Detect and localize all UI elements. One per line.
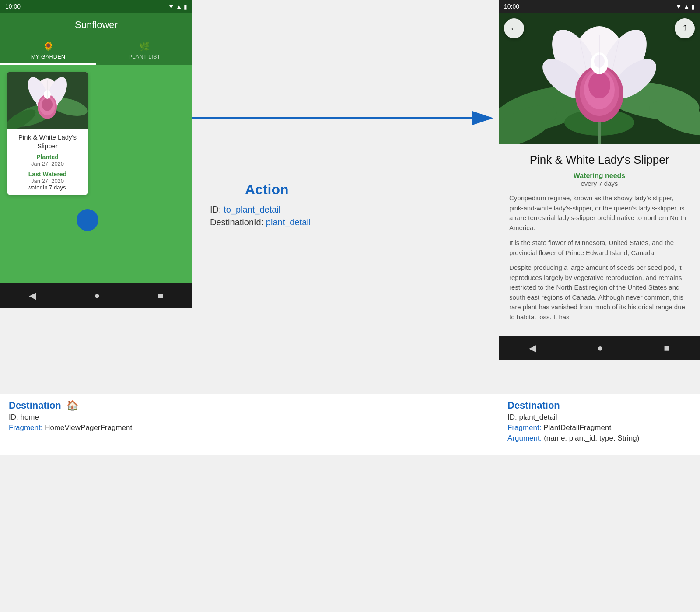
- back-button-detail[interactable]: ←: [504, 18, 524, 38]
- plant-card-image: [7, 72, 88, 129]
- tab-plant-list[interactable]: 🌿 PLANT LIST: [96, 37, 192, 65]
- destination-right: Destination ID: plant_detail Fragment: P…: [499, 394, 700, 455]
- description-3: Despite producing a large amount of seed…: [509, 263, 690, 322]
- tab-my-garden[interactable]: 🌻 MY GARDEN: [0, 37, 96, 65]
- bottom-center-spacer: [192, 394, 499, 455]
- plant-list-icon: 🌿: [139, 41, 150, 52]
- click-indicator: [77, 209, 98, 231]
- plant-card[interactable]: Pink & White Lady's Slipper Planted Jan …: [7, 72, 88, 195]
- right-signal-icon: ▲: [683, 3, 690, 10]
- signal-icon: ▲: [176, 3, 182, 10]
- action-id-label: ID:: [210, 205, 224, 214]
- recents-button-left[interactable]: ■: [158, 290, 164, 301]
- dest-right-title: Destination: [508, 400, 560, 411]
- tabs-container: 🌻 MY GARDEN 🌿 PLANT LIST: [0, 37, 192, 65]
- watering-needs-label: Watering needs: [509, 172, 690, 180]
- garden-icon: 🌻: [43, 41, 54, 52]
- detail-content: Pink & White Lady's Slipper Watering nee…: [499, 144, 700, 336]
- action-content: Action ID: to_plant_detail DestinationId…: [210, 182, 311, 230]
- right-status-bar: 10:00 ▼ ▲ ▮: [499, 0, 700, 13]
- watering-needs-value: every 7 days: [509, 180, 690, 187]
- dest-left-title: Destination: [9, 400, 61, 411]
- wifi-icon: ▼: [168, 3, 174, 10]
- last-watered-date: Jan 27, 2020: [12, 178, 83, 184]
- battery-icon: ▮: [184, 3, 187, 10]
- home-button-left[interactable]: ●: [94, 290, 100, 301]
- right-battery-icon: ▮: [691, 3, 695, 10]
- bottom-destinations: Destination 🏠 ID: home Fragment: HomeVie…: [0, 394, 700, 455]
- detail-plant-name: Pink & White Lady's Slipper: [509, 153, 690, 167]
- right-phone: 10:00 ▼ ▲ ▮: [499, 0, 700, 394]
- action-destid-label-text: DestinationId:: [210, 217, 266, 227]
- dest-left-id-row: ID: home: [9, 413, 184, 422]
- svg-point-29: [588, 72, 610, 98]
- plant-card-name: Pink & White Lady's Slipper: [12, 133, 83, 150]
- plant-card-body: Pink & White Lady's Slipper Planted Jan …: [7, 129, 88, 195]
- left-status-time: 10:00: [5, 3, 21, 10]
- left-nav-bar: ◀ ● ■: [0, 283, 192, 308]
- description-1: Cypripedium reginae, known as the showy …: [509, 193, 690, 233]
- left-status-bar: 10:00 ▼ ▲ ▮: [0, 0, 192, 13]
- last-watered-label: Last Watered: [12, 171, 83, 178]
- action-id-row: ID: to_plant_detail: [210, 205, 311, 215]
- home-button-right[interactable]: ●: [597, 343, 603, 354]
- right-status-time: 10:00: [504, 3, 519, 10]
- dest-left-title-row: Destination 🏠: [9, 400, 184, 411]
- destination-left: Destination 🏠 ID: home Fragment: HomeVie…: [0, 394, 192, 455]
- back-button-right[interactable]: ◀: [529, 343, 536, 354]
- home-dest-icon: 🏠: [66, 400, 78, 411]
- detail-plant-image: ← ⤴: [499, 13, 700, 144]
- garden-content: Pink & White Lady's Slipper Planted Jan …: [0, 65, 192, 283]
- right-status-icons: ▼ ▲ ▮: [676, 3, 695, 10]
- planted-label: Planted: [12, 154, 83, 161]
- dest-right-argument-row: Argument: (name: plant_id, type: String): [508, 434, 691, 443]
- flower-illustration: [7, 72, 88, 129]
- action-title: Action: [245, 182, 311, 198]
- right-wifi-icon: ▼: [676, 3, 682, 10]
- action-id-text: to_plant_detail: [224, 205, 280, 214]
- water-next: water in 7 days.: [12, 184, 83, 191]
- dest-right-id-row: ID: plant_detail: [508, 413, 691, 422]
- action-destid-row: DestinationId: plant_detail: [210, 217, 311, 227]
- app-title: Sunflower: [0, 13, 192, 37]
- back-button-left[interactable]: ◀: [29, 290, 36, 301]
- action-destid-val-text: plant_detail: [266, 217, 311, 227]
- dest-right-title-row: Destination: [508, 400, 691, 411]
- dest-left-fragment-row: Fragment: HomeViewPagerFragment: [9, 423, 184, 432]
- right-nav-bar: ◀ ● ■: [499, 336, 700, 360]
- left-status-icons: ▼ ▲ ▮: [168, 3, 187, 10]
- detail-top-buttons: ← ⤴: [504, 18, 695, 38]
- recents-button-right[interactable]: ■: [664, 343, 669, 354]
- planted-date: Jan 27, 2020: [12, 161, 83, 167]
- share-button-detail[interactable]: ⤴: [675, 18, 695, 38]
- svg-point-9: [42, 98, 52, 111]
- action-section: Action ID: to_plant_detail DestinationId…: [192, 0, 499, 394]
- dest-right-fragment-row: Fragment: PlantDetailFragment: [508, 423, 691, 432]
- description-2: It is the state flower of Minnesota, Uni…: [509, 238, 690, 258]
